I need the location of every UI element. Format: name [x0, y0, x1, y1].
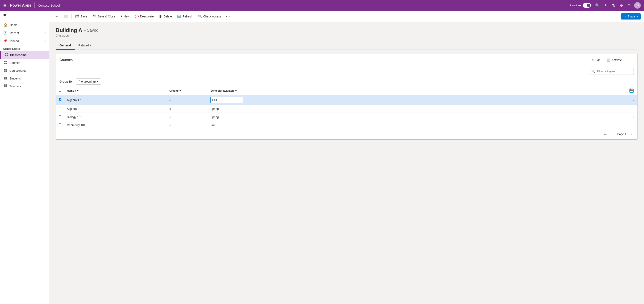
save-button[interactable]: 💾 Save: [73, 13, 90, 20]
nav-divider: [34, 3, 35, 8]
back-icon: ←: [55, 15, 58, 18]
row-arrow-cell-3[interactable]: →: [627, 113, 637, 121]
row-credits-cell-3: 5: [167, 113, 208, 121]
refresh-button[interactable]: 🔄 Refresh: [175, 13, 195, 20]
check-access-icon: 🔍: [198, 14, 202, 18]
settings-icon[interactable]: ⚙: [619, 2, 624, 9]
share-icon: ↗: [624, 15, 626, 18]
tab-related[interactable]: Related ▾: [75, 41, 95, 50]
col-semester[interactable]: Semester available ▾: [208, 86, 627, 95]
row-credits-cell-2: 5: [167, 105, 208, 113]
sidebar-item-students[interactable]: Students: [0, 75, 49, 82]
delete-button[interactable]: 🗑 Delete: [156, 13, 174, 20]
sidebar-item-coursewares[interactable]: Coursewares: [0, 67, 49, 75]
app-name: Contoso School: [38, 4, 60, 7]
sidebar-item-classrooms[interactable]: Classrooms: [0, 51, 49, 59]
row-checkbox-cell: [56, 121, 64, 129]
save-label: Save: [80, 15, 87, 18]
row-checkbox-cell: [56, 105, 64, 113]
deactivate-icon: 🚫: [135, 14, 139, 18]
sidebar-item-courses[interactable]: Courses: [0, 59, 49, 67]
row-checkbox-1[interactable]: [59, 98, 61, 101]
col-credits[interactable]: Credits ▾: [167, 86, 208, 95]
row-checkbox-3[interactable]: [59, 115, 61, 118]
courses-activate-button[interactable]: ⬜ Activate: [605, 57, 624, 63]
courses-header-actions: ✏ Edit ⬜ Activate ⋯: [590, 57, 634, 63]
save-close-icon: 💾: [92, 14, 96, 18]
page-prev-button[interactable]: ←: [610, 131, 616, 137]
deactivate-label: Deactivate: [140, 15, 154, 18]
back-button[interactable]: ←: [52, 13, 61, 20]
tab-related-chevron: ▾: [90, 43, 92, 47]
semester-input-1[interactable]: [210, 97, 243, 103]
svg-rect-0: [5, 53, 6, 54]
help-icon[interactable]: ?: [627, 3, 631, 9]
save-close-button[interactable]: 💾 Save & Close: [90, 13, 118, 20]
share-button[interactable]: ↗ Share ▾: [621, 13, 641, 20]
courses-panel: Courses ✏ Edit ⬜ Activate ⋯: [56, 54, 638, 139]
col-semester-sort: ▾: [235, 89, 237, 92]
select-all-checkbox[interactable]: [59, 89, 61, 92]
popup-button[interactable]: ⬜: [61, 13, 70, 20]
record-saved-indicator: - Saved: [84, 28, 98, 33]
filter-search-icon: 🔍: [591, 69, 596, 73]
toolbar-more-button[interactable]: ⋯: [224, 13, 232, 20]
new-look-label: New look: [570, 4, 581, 7]
svg-rect-13: [6, 77, 7, 78]
table-row[interactable]: Algebra 1 * 5 →: [56, 95, 637, 105]
row-arrow-cell-1[interactable]: →: [627, 95, 637, 105]
row-checkbox-2[interactable]: [59, 107, 61, 110]
row-arrow-cell-2: [627, 105, 637, 113]
avatar[interactable]: CS: [634, 2, 641, 9]
table-row[interactable]: Algebra 2 5 Spring: [56, 105, 637, 113]
svg-rect-3: [6, 55, 8, 56]
page-next-button[interactable]: →: [628, 131, 634, 137]
col-credits-label: Credits: [170, 89, 179, 92]
svg-rect-18: [4, 86, 6, 87]
filter-row: 🔍: [56, 66, 637, 77]
table-row[interactable]: Biology 101 5 Spring →: [56, 113, 637, 121]
recent-chevron: ▾: [44, 32, 46, 35]
record-header: Building A - Saved Classroom: [56, 27, 638, 37]
groupby-select[interactable]: (no grouping) ▾: [76, 78, 101, 85]
courses-more-button[interactable]: ⋯: [626, 57, 634, 63]
courses-table: Name ↑ ▾ Credits ▾: [56, 86, 637, 129]
sidebar-item-pinned[interactable]: 📌 Pinned ▾: [0, 37, 49, 45]
check-access-button[interactable]: 🔍 Check Access: [196, 13, 224, 20]
courses-title: Courses: [60, 58, 590, 62]
row-checkbox-4[interactable]: [59, 123, 61, 126]
table-row[interactable]: Chemistry 101 5 Fall: [56, 121, 637, 129]
page-first-button[interactable]: ⇤: [602, 131, 608, 137]
new-button[interactable]: + New: [118, 13, 132, 20]
refresh-label: Refresh: [182, 15, 192, 18]
recent-icon: 🕐: [3, 31, 8, 35]
students-icon: [4, 76, 8, 81]
delete-label: Delete: [164, 15, 172, 18]
new-icon: +: [120, 15, 122, 18]
svg-rect-10: [4, 70, 6, 72]
deactivate-button[interactable]: 🚫 Deactivate: [132, 13, 156, 20]
hamburger-icon[interactable]: ☰: [0, 11, 49, 21]
col-name[interactable]: Name ↑ ▾: [64, 86, 167, 95]
add-icon[interactable]: +: [604, 3, 608, 9]
row-semester-cell-3: Spring: [208, 113, 627, 121]
sidebar-item-teachers[interactable]: Teachers: [0, 82, 49, 90]
waffle-icon[interactable]: ⊞: [3, 3, 7, 8]
sidebar-item-home[interactable]: 🏠 Home: [0, 21, 49, 29]
courses-header: Courses ✏ Edit ⬜ Activate ⋯: [56, 54, 637, 66]
row-name-1: Algebra 1: [67, 98, 79, 102]
filter-icon[interactable]: ⚗: [611, 2, 616, 9]
search-icon[interactable]: 🔍: [594, 2, 600, 9]
sidebar-item-home-label: Home: [10, 24, 18, 27]
filter-keyword-input[interactable]: [597, 70, 631, 73]
coursewares-icon: [4, 69, 8, 73]
tab-general[interactable]: General: [56, 42, 75, 50]
sidebar-section-school-assets: School assets: [0, 45, 49, 51]
new-look-toggle[interactable]: [583, 3, 591, 8]
courses-edit-button[interactable]: ✏ Edit: [590, 57, 602, 63]
col-name-sort-desc: ▾: [77, 89, 78, 92]
sidebar-item-teachers-label: Teachers: [10, 85, 21, 88]
row-credits-cell-1: 5: [167, 95, 208, 105]
sidebar-item-recent[interactable]: 🕐 Recent ▾: [0, 29, 49, 37]
pagination-bar: ⇤ ← Page 1 →: [56, 129, 637, 139]
